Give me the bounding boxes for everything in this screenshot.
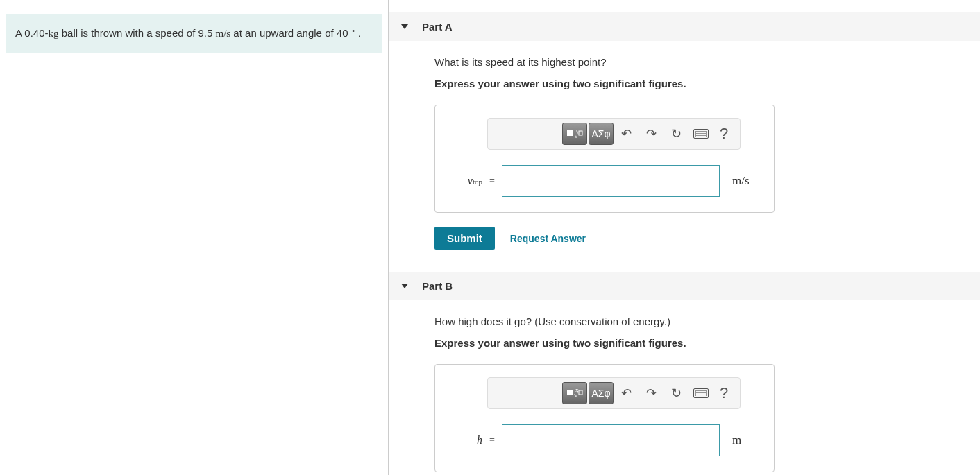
undo-icon: ↶ <box>621 126 632 141</box>
reset-button[interactable]: ↻ <box>664 382 688 404</box>
equals-sign-b: = <box>489 435 495 446</box>
right-panel: Part A What is its speed at its highest … <box>389 0 980 475</box>
svg-rect-7 <box>579 390 582 395</box>
undo-button[interactable]: ↶ <box>614 382 639 404</box>
part-a-toolbar: x √ ΑΣφ ↶ ↷ <box>487 118 741 150</box>
keyboard-button[interactable] <box>688 123 713 145</box>
templates-button[interactable]: x √ <box>562 123 587 145</box>
problem-text-3: ball is thrown with a speed of 9.5 <box>59 27 216 39</box>
help-icon: ? <box>720 125 728 143</box>
caret-down-icon <box>401 284 408 288</box>
part-a-header[interactable]: Part A <box>389 12 980 41</box>
templates-icon: x √ <box>566 387 583 399</box>
part-b-content: How high does it go? (Use conservation o… <box>405 316 963 472</box>
part-b-answer-row: h = m <box>449 424 760 456</box>
keyboard-icon <box>693 129 709 139</box>
reset-icon: ↻ <box>671 126 682 141</box>
help-button[interactable]: ? <box>713 382 734 404</box>
problem-text-7: . <box>355 27 361 39</box>
part-b-answer-input[interactable] <box>502 424 720 456</box>
part-b-question: How high does it go? (Use conservation o… <box>434 316 963 327</box>
problem-kg: kg <box>49 28 59 39</box>
svg-text:√: √ <box>574 390 579 398</box>
part-a-unit: m/s <box>732 174 760 188</box>
submit-button[interactable]: Submit <box>434 227 495 250</box>
greek-label: ΑΣφ <box>591 128 610 139</box>
var-v: v <box>468 175 473 187</box>
svg-text:√: √ <box>574 131 579 139</box>
part-a-answer-box: x √ ΑΣφ ↶ ↷ <box>434 105 775 213</box>
request-answer-link[interactable]: Request Answer <box>510 233 586 244</box>
part-a-question: What is its speed at its highest point? <box>434 56 963 68</box>
part-b-answer-box: x √ ΑΣφ ↶ ↷ <box>434 364 775 472</box>
part-a-title: Part A <box>422 21 453 33</box>
var-h: h <box>477 434 482 446</box>
problem-text-5: at an upward angle of 40 <box>230 27 350 39</box>
part-a-instruction: Express your answer using two significan… <box>434 78 963 89</box>
equals-sign-a: = <box>489 175 495 187</box>
part-b-var-label: h <box>449 434 482 447</box>
caret-down-icon <box>401 24 408 29</box>
greek-label: ΑΣφ <box>591 388 610 399</box>
greek-button[interactable]: ΑΣφ <box>589 382 614 404</box>
redo-icon: ↷ <box>646 386 657 401</box>
keyboard-button[interactable] <box>688 382 713 404</box>
svg-rect-0 <box>567 130 573 136</box>
help-icon: ? <box>720 384 728 402</box>
part-b-title: Part B <box>422 280 453 292</box>
help-button[interactable]: ? <box>713 123 734 145</box>
redo-button[interactable]: ↷ <box>639 123 664 145</box>
templates-icon: x √ <box>566 128 583 140</box>
part-b-unit: m <box>732 433 760 447</box>
templates-button[interactable]: x √ <box>562 382 587 404</box>
undo-icon: ↶ <box>621 386 632 401</box>
undo-button[interactable]: ↶ <box>614 123 639 145</box>
svg-rect-3 <box>579 131 582 135</box>
keyboard-icon <box>693 388 709 398</box>
left-panel: A 0.40-kg ball is thrown with a speed of… <box>0 0 389 475</box>
part-a-var-label: vtop <box>449 175 482 187</box>
problem-statement: A 0.40-kg ball is thrown with a speed of… <box>6 14 382 53</box>
redo-button[interactable]: ↷ <box>639 382 664 404</box>
problem-text-1: A 0.40- <box>15 27 49 39</box>
reset-button[interactable]: ↻ <box>664 123 688 145</box>
part-a-content: What is its speed at its highest point? … <box>405 56 963 250</box>
reset-icon: ↻ <box>671 386 682 401</box>
problem-ms: m/s <box>216 28 231 39</box>
svg-rect-4 <box>567 390 573 395</box>
part-a-actions: Submit Request Answer <box>434 227 963 250</box>
part-b-header[interactable]: Part B <box>389 272 980 300</box>
part-a-answer-input[interactable] <box>502 165 720 197</box>
redo-icon: ↷ <box>646 126 657 141</box>
var-sub-top: top <box>473 178 482 186</box>
part-a-answer-row: vtop = m/s <box>449 165 760 197</box>
greek-button[interactable]: ΑΣφ <box>589 123 614 145</box>
part-b-toolbar: x √ ΑΣφ ↶ ↷ <box>487 377 741 409</box>
part-b-instruction: Express your answer using two significan… <box>434 337 963 349</box>
